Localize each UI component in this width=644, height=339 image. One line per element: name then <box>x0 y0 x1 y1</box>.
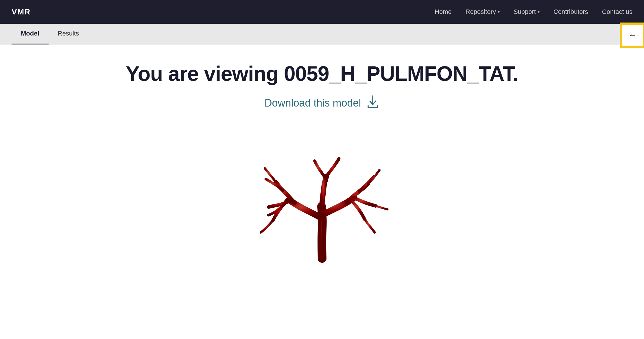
tabs-bar: Model Results ← <box>0 24 644 44</box>
vessel-svg <box>244 131 400 264</box>
tab-model[interactable]: Model <box>12 23 49 44</box>
main-content: You are viewing 0059_H_PULMFON_TAT. Down… <box>0 44 644 339</box>
nav-contributors[interactable]: Contributors <box>553 8 588 16</box>
download-link[interactable]: Download this model <box>264 95 379 111</box>
model-3d-view <box>235 128 409 267</box>
download-icon <box>366 95 380 111</box>
tab-results[interactable]: Results <box>49 23 88 44</box>
nav-links: Home Repository ▾ Support ▾ Contributors… <box>435 8 632 16</box>
page-title: You are viewing 0059_H_PULMFON_TAT. <box>126 62 518 85</box>
nav-contact-us[interactable]: Contact us <box>602 8 632 16</box>
support-dropdown-arrow: ▾ <box>538 10 540 14</box>
repository-dropdown-arrow: ▾ <box>498 10 500 14</box>
nav-repository[interactable]: Repository ▾ <box>466 8 500 16</box>
brand-logo[interactable]: VMR <box>12 7 30 16</box>
download-label: Download this model <box>264 97 361 109</box>
back-button[interactable]: ← <box>621 24 644 47</box>
navbar: VMR Home Repository ▾ Support ▾ Contribu… <box>0 0 644 24</box>
nav-support[interactable]: Support ▾ <box>514 8 540 16</box>
nav-home[interactable]: Home <box>435 8 452 16</box>
